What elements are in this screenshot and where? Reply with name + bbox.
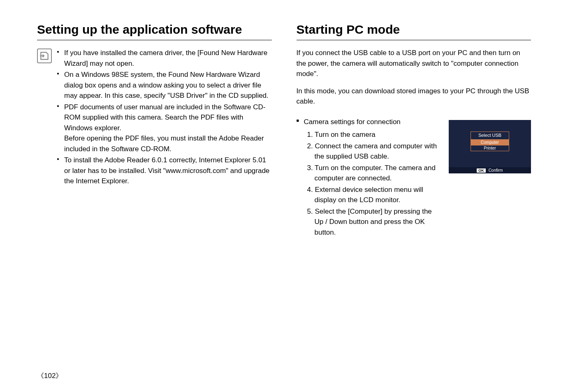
step-item: 5. Select the [Computer] by pressing the…	[307, 206, 441, 238]
bullet-text: To install the Adobe Reader 6.0.1 correc…	[64, 156, 269, 185]
bullet-text: PDF documents of user manual are include…	[64, 103, 265, 132]
note-icon	[37, 48, 52, 63]
right-column: Starting PC mode If you connect the USB …	[297, 23, 531, 238]
angle-bracket-left: 《	[37, 372, 44, 380]
step-item: 3. Turn on the computer. The camera and …	[307, 163, 441, 184]
bullet-item: If you have installed the camera driver,…	[57, 48, 272, 69]
right-section-title: Starting PC mode	[297, 23, 531, 40]
lcd-menu-title: Select USB	[471, 132, 509, 139]
left-content-row: If you have installed the camera driver,…	[37, 48, 272, 187]
left-column: Setting up the application software If y…	[37, 23, 272, 238]
page-number-value: 102	[44, 372, 56, 380]
camera-lcd-screenshot: Select USB Computer Printer OK Confirm	[449, 120, 531, 173]
step-item: 2. Connect the camera and computer with …	[307, 141, 441, 162]
numbered-steps-list: 1. Turn on the camera 2. Connect the cam…	[297, 129, 441, 238]
angle-bracket-right: 》	[56, 372, 63, 380]
camera-settings-text: Camera settings for connection 1. Turn o…	[297, 117, 441, 239]
settings-header: Camera settings for connection	[297, 117, 441, 127]
lcd-bottom-bar: OK Confirm	[449, 167, 531, 173]
camera-settings-wrapper: Camera settings for connection 1. Turn o…	[297, 117, 531, 239]
step-item: 1. Turn on the camera	[307, 129, 441, 140]
left-bullet-list: If you have installed the camera driver,…	[57, 48, 272, 187]
bullet-item: To install the Adobe Reader 6.0.1 correc…	[57, 155, 272, 187]
lcd-option-printer: Printer	[471, 145, 509, 151]
intro-paragraph-1: If you connect the USB cable to a USB po…	[297, 48, 531, 79]
lcd-option-computer: Computer	[471, 139, 509, 145]
bullet-item: PDF documents of user manual are include…	[57, 102, 272, 154]
step-item: 4. External device selection menu will d…	[307, 184, 441, 205]
bullet-subtext: Before opening the PDF files, you must i…	[64, 133, 272, 154]
left-section-title: Setting up the application software	[37, 23, 272, 40]
page-number: 《102》	[37, 371, 63, 380]
lcd-menu-box: Select USB Computer Printer	[471, 131, 509, 151]
page-container: Setting up the application software If y…	[37, 23, 531, 238]
bullet-text: On a Windows 98SE system, the Found New …	[64, 71, 269, 99]
lcd-confirm-label: Confirm	[489, 168, 503, 173]
intro-paragraph-2: In this mode, you can download stored im…	[297, 86, 531, 107]
lcd-ok-badge: OK	[477, 168, 486, 173]
bullet-item: On a Windows 98SE system, the Found New …	[57, 69, 272, 101]
bullet-text: If you have installed the camera driver,…	[64, 49, 267, 67]
